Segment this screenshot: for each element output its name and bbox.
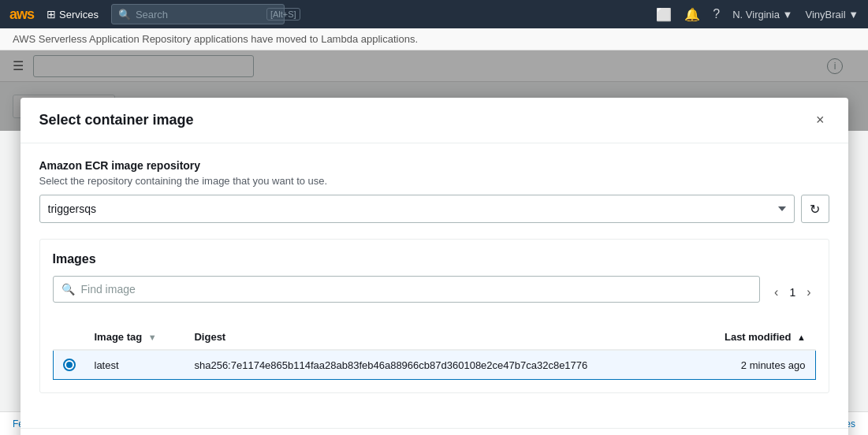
col-image-tag[interactable]: Image tag ▼ [85, 325, 185, 350]
row-image-tag: latest [85, 350, 185, 380]
modal-header: Select container image × [20, 98, 848, 143]
image-search-input[interactable] [81, 283, 752, 296]
col-last-modified-label: Last modified [725, 331, 792, 343]
announcement-banner: AWS Serverless Application Repository ap… [0, 28, 868, 50]
user-menu[interactable]: VinyBrail ▼ [805, 9, 859, 20]
refresh-button[interactable]: ↻ [801, 195, 829, 223]
last-modified-sort-icon: ▲ [797, 333, 806, 342]
select-container-image-modal: Select container image × Amazon ECR imag… [20, 98, 848, 435]
col-last-modified[interactable]: Last modified ▲ [692, 325, 815, 350]
pagination-next-button[interactable]: › [802, 284, 815, 301]
images-table-header-row: Image tag ▼ Digest Last modified ▲ [53, 325, 815, 350]
global-search-input[interactable] [136, 9, 262, 20]
search-shortcut: [Alt+S] [266, 8, 300, 20]
images-table-header: Image tag ▼ Digest Last modified ▲ [53, 325, 815, 350]
repository-selector-row: triggersqs ↻ [39, 195, 829, 223]
help-icon[interactable]: ? [713, 7, 720, 21]
images-panel-title: Images [53, 252, 816, 266]
bell-icon[interactable]: 🔔 [684, 7, 700, 22]
services-label: Services [59, 9, 99, 20]
nav-right: ⬜ 🔔 ? N. Virginia ▼ VinyBrail ▼ [656, 7, 859, 22]
col-digest: Digest [184, 325, 691, 350]
page-content: ☰ i Browse images Select container image… [0, 50, 868, 131]
col-digest-label: Digest [194, 331, 225, 343]
row-digest: sha256:7e1174e865b114faa28ab83feb46a8896… [184, 350, 691, 380]
console-icon[interactable]: ⬜ [656, 7, 672, 22]
pagination-controls: ‹ 1 › [769, 284, 815, 301]
top-navigation: aws ⊞ Services 🔍 [Alt+S] ⬜ 🔔 ? N. Virgin… [0, 0, 868, 28]
aws-logo-text: aws [9, 6, 34, 23]
col-select [53, 325, 85, 350]
row-last-modified: 2 minutes ago [692, 350, 815, 380]
table-row[interactable]: latest sha256:7e1174e865b114faa28ab83feb… [53, 350, 815, 380]
modal-footer: Cancel Select image [20, 428, 848, 435]
radio-button[interactable] [63, 359, 76, 371]
modal-close-button[interactable]: × [811, 110, 829, 130]
col-image-tag-label: Image tag [95, 331, 143, 343]
aws-logo: aws [9, 6, 34, 23]
section-description: Select the repository containing the ima… [39, 175, 829, 187]
refresh-icon: ↻ [810, 202, 820, 217]
image-search-bar: 🔍 [53, 276, 761, 303]
section-label: Amazon ECR image repository [39, 159, 829, 172]
images-table-body: latest sha256:7e1174e865b114faa28ab83feb… [53, 350, 815, 380]
region-selector[interactable]: N. Virginia ▼ [732, 9, 792, 20]
banner-text: AWS Serverless Application Repository ap… [13, 33, 418, 45]
pagination-current: 1 [789, 286, 795, 299]
image-tag-sort-icon: ▼ [148, 333, 157, 342]
images-table: Image tag ▼ Digest Last modified ▲ [53, 325, 816, 380]
modal-overlay: Select container image × Amazon ECR imag… [0, 50, 868, 131]
images-panel: Images 🔍 ‹ 1 › [39, 239, 829, 393]
row-radio-cell[interactable] [53, 350, 85, 380]
repository-dropdown[interactable]: triggersqs [39, 195, 795, 223]
global-search[interactable]: 🔍 [Alt+S] [111, 4, 285, 24]
modal-title: Select container image [39, 112, 194, 128]
search-icon: 🔍 [61, 283, 75, 296]
pagination-prev-button[interactable]: ‹ [769, 284, 783, 301]
services-menu[interactable]: ⊞ Services [47, 8, 99, 20]
modal-body: Amazon ECR image repository Select the r… [20, 143, 848, 428]
